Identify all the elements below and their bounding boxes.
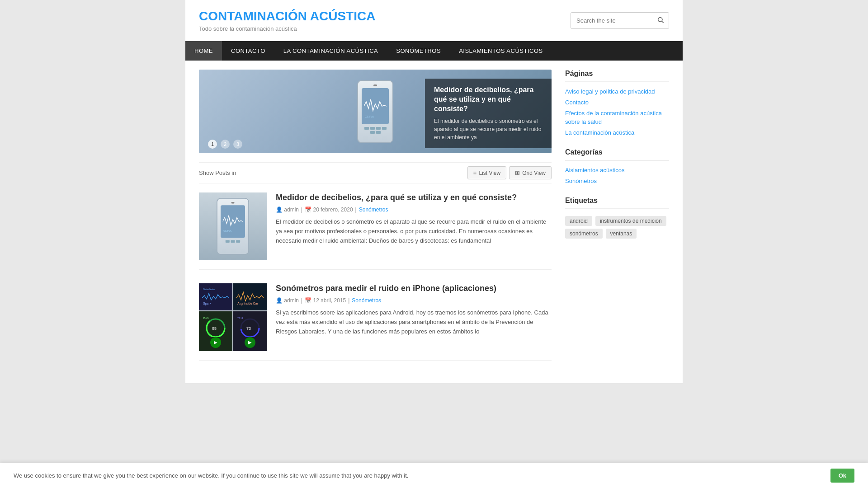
post-phone-image: CESVA [217, 198, 249, 255]
tag-ventanas[interactable]: ventanas [606, 229, 637, 239]
list-icon: ≡ [473, 169, 477, 176]
featured-slider: CESVA [199, 70, 552, 153]
post-category-link-1[interactable]: Sonómetros [359, 206, 388, 213]
sidebar-pages-heading: Páginas [565, 70, 669, 82]
site-tagline: Todo sobre la contaminación acústica [199, 25, 375, 32]
list-view-button[interactable]: ≡ List View [467, 166, 506, 179]
app-waveform-2: Avg Inside Car [236, 286, 264, 307]
slider-overlay-text: El medidor de decibelios o sonómetro es … [434, 117, 542, 141]
nav-item-home[interactable]: HOME [185, 41, 222, 61]
search-input[interactable] [571, 14, 652, 28]
post-content-1: Medidor de decibelios, ¿para qué se util… [276, 192, 552, 260]
play-button-2[interactable]: ▶ [245, 337, 255, 348]
tags-list: android instrumentos de medición sonómet… [565, 215, 669, 240]
post-date-1: 20 febrero, 2020 [305, 206, 353, 213]
post-excerpt-2: Si ya escribimos sobre las aplicaciones … [276, 308, 552, 336]
post-category-1: Sonómetros [359, 206, 388, 213]
slider-dot-1[interactable]: 1 [208, 140, 217, 149]
post-meta-separator-2: | [355, 206, 357, 213]
post-waveform-icon: CESVA [223, 209, 243, 234]
post-meta-separator-3: | [301, 297, 302, 304]
show-posts-label: Show Posts in [199, 169, 236, 176]
svg-text:Noise Meter: Noise Meter [203, 288, 215, 291]
cookie-bar: We use cookies to ensure that we give yo… [0, 463, 868, 488]
post-content-2: Sonómetros para medir el ruido en iPhone… [276, 283, 552, 351]
slider-dot-2[interactable]: 2 [221, 140, 230, 149]
app-cell-3: 95 95.45 ▶ [199, 311, 232, 352]
tag-sonometros[interactable]: sonómetros [565, 229, 603, 239]
post-date-2: 12 abril, 2015 [305, 297, 346, 304]
grid-view-button[interactable]: ⊞ Grid View [509, 166, 552, 179]
post-meta-1: admin | 20 febrero, 2020 | Sonómetros [276, 206, 552, 213]
cookie-ok-button[interactable]: Ok [830, 469, 854, 483]
post-item-2: Spark Noise Meter Avg Inside Car [199, 283, 552, 361]
sidebar-categories: Categorías Aislamientos acústicos Sonóme… [565, 148, 669, 185]
sidebar-categories-heading: Categorías [565, 148, 669, 161]
slider-dots: 1 2 3 [208, 140, 242, 149]
phone-screen: CESVA [362, 88, 389, 124]
slider-overlay-title: Medidor de decibelios, ¿para qué se util… [434, 85, 542, 113]
view-buttons: ≡ List View ⊞ Grid View [467, 166, 552, 179]
post-category-link-2[interactable]: Sonómetros [352, 297, 381, 304]
sidebar-category-link-2[interactable]: Sonómetros [565, 177, 669, 185]
sidebar-category-link-1[interactable]: Aislamientos acústicos [565, 166, 669, 174]
post-title-1[interactable]: Medidor de decibelios, ¿para qué se util… [276, 192, 552, 203]
sidebar-page-link-4[interactable]: La contaminación acústica [565, 129, 669, 137]
sidebar: Páginas Aviso legal y política de privac… [552, 70, 669, 374]
site-title[interactable]: CONTAMINACIÓN ACÚSTICA [199, 9, 375, 23]
post-meta-2: admin | 12 abril, 2015 | Sonómetros [276, 297, 552, 304]
sidebar-pages: Páginas Aviso legal y política de privac… [565, 70, 669, 137]
post-author-2: admin [276, 297, 299, 304]
nav-item-contacto[interactable]: CONTACTO [222, 41, 274, 61]
app-cell-1: Spark Noise Meter [199, 283, 232, 310]
svg-line-1 [662, 21, 664, 23]
post-excerpt-1: El medidor de decibelios o sonómetro es … [276, 217, 552, 245]
search-box [571, 12, 669, 29]
app-cell-2: Avg Inside Car [233, 283, 267, 310]
search-button[interactable] [652, 13, 669, 28]
slider-overlay: Medidor de decibelios, ¿para qué se util… [425, 79, 552, 148]
cookie-message: We use cookies to ensure that we give yo… [14, 472, 408, 479]
svg-text:Avg Inside Car: Avg Inside Car [237, 302, 258, 305]
post-title-2[interactable]: Sonómetros para medir el ruido en iPhone… [276, 283, 552, 294]
sidebar-page-link-1[interactable]: Aviso legal y política de privacidad [565, 88, 669, 96]
svg-text:CESVA: CESVA [223, 230, 231, 232]
list-view-label: List View [479, 170, 500, 176]
post-author-1: admin [276, 206, 299, 213]
svg-text:73.19: 73.19 [237, 317, 243, 319]
app-waveform-1: Spark Noise Meter [202, 286, 229, 307]
post-phone-screen: CESVA [221, 205, 245, 238]
svg-text:95.45: 95.45 [203, 317, 209, 319]
post-item: CESVA Medidor de decibelios, ¿para qué s [199, 192, 552, 270]
svg-point-0 [658, 18, 662, 22]
waveform-icon: CESVA [364, 93, 387, 120]
post-thumbnail-2: Spark Noise Meter Avg Inside Car [199, 283, 267, 351]
sidebar-page-link-3[interactable]: Efectos de la contaminación acústica sob… [565, 109, 669, 126]
grid-view-label: Grid View [522, 170, 546, 176]
app-grid: Spark Noise Meter Avg Inside Car [199, 283, 267, 351]
slider-dot-3[interactable]: 3 [233, 140, 242, 149]
tag-android[interactable]: android [565, 216, 592, 226]
app-cell-4: 73 73.19 ▶ [233, 311, 267, 352]
grid-icon: ⊞ [515, 169, 520, 176]
post-meta-separator-4: | [348, 297, 349, 304]
app-gauge: 95 95.45 [202, 314, 229, 337]
svg-text:CESVA: CESVA [365, 115, 374, 118]
sidebar-tags: Etiquetas android instrumentos de medici… [565, 197, 669, 240]
search-icon [657, 16, 664, 23]
sidebar-tags-heading: Etiquetas [565, 197, 669, 209]
nav-item-la-contaminacion[interactable]: LA CONTAMINACIÓN ACÚSTICA [274, 41, 387, 61]
main-content: CESVA [199, 70, 552, 374]
nav-item-sonometros[interactable]: SONÓMETROS [387, 41, 450, 61]
sidebar-page-link-2[interactable]: Contacto [565, 99, 669, 107]
play-button-1[interactable]: ▶ [210, 337, 221, 348]
tag-instrumentos[interactable]: instrumentos de medición [595, 216, 666, 226]
site-branding: CONTAMINACIÓN ACÚSTICA Todo sobre la con… [199, 9, 375, 32]
post-meta-separator-1: | [301, 206, 302, 213]
svg-text:Spark: Spark [203, 302, 212, 305]
nav-item-aislamientos[interactable]: AISLAMIENTOS ACÚSTICOS [450, 41, 552, 61]
svg-text:73: 73 [246, 326, 251, 331]
main-nav: HOME CONTACTO LA CONTAMINACIÓN ACÚSTICA … [185, 41, 683, 61]
post-controls: Show Posts in ≡ List View ⊞ Grid View [199, 162, 552, 183]
svg-text:95: 95 [212, 326, 217, 331]
